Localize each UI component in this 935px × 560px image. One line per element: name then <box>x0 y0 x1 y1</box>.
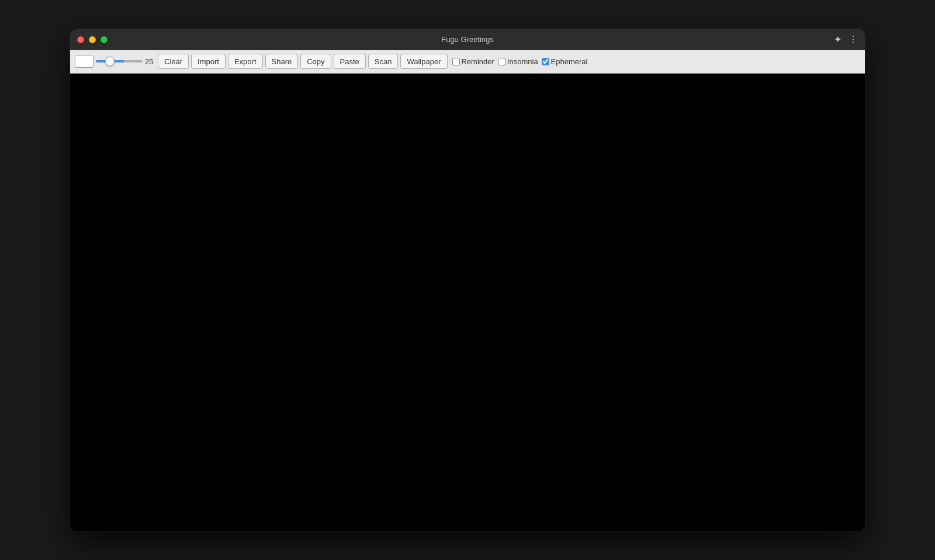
paste-button[interactable]: Paste <box>334 54 366 69</box>
main-canvas[interactable] <box>70 74 865 531</box>
minimize-button[interactable] <box>89 36 96 43</box>
reminder-checkbox[interactable] <box>452 58 460 65</box>
titlebar: Fugu Greetings ✦ ⋮ <box>70 29 865 50</box>
reminder-text: Reminder <box>462 57 494 66</box>
import-button[interactable]: Import <box>191 54 226 69</box>
size-slider[interactable] <box>96 60 143 62</box>
share-button[interactable]: Share <box>265 54 299 69</box>
copy-button[interactable]: Copy <box>300 54 331 69</box>
traffic-lights <box>77 36 108 43</box>
menu-icon[interactable]: ⋮ <box>849 34 858 45</box>
app-window: Fugu Greetings ✦ ⋮ 25 Clear Import Expor… <box>70 29 865 531</box>
ephemeral-label[interactable]: Ephemeral <box>542 57 588 66</box>
slider-container: 25 <box>96 57 155 66</box>
insomnia-label[interactable]: Insomnia <box>498 57 538 66</box>
checkbox-group: Reminder Insomnia Ephemeral <box>452 57 590 66</box>
extensions-icon[interactable]: ✦ <box>834 34 842 45</box>
pen-preview <box>75 55 94 68</box>
reminder-label[interactable]: Reminder <box>452 57 494 66</box>
ephemeral-checkbox[interactable] <box>542 58 549 65</box>
slider-value: 25 <box>145 57 155 66</box>
window-title: Fugu Greetings <box>441 35 494 44</box>
close-button[interactable] <box>77 36 84 43</box>
titlebar-actions: ✦ ⋮ <box>834 34 858 45</box>
ephemeral-text: Ephemeral <box>551 57 588 66</box>
maximize-button[interactable] <box>101 36 108 43</box>
insomnia-checkbox[interactable] <box>498 58 505 65</box>
wallpaper-button[interactable]: Wallpaper <box>400 54 447 69</box>
scan-button[interactable]: Scan <box>368 54 399 69</box>
toolbar: 25 Clear Import Export Share Copy Paste … <box>70 50 865 74</box>
export-button[interactable]: Export <box>228 54 263 69</box>
clear-button[interactable]: Clear <box>158 54 189 69</box>
insomnia-text: Insomnia <box>507 57 538 66</box>
